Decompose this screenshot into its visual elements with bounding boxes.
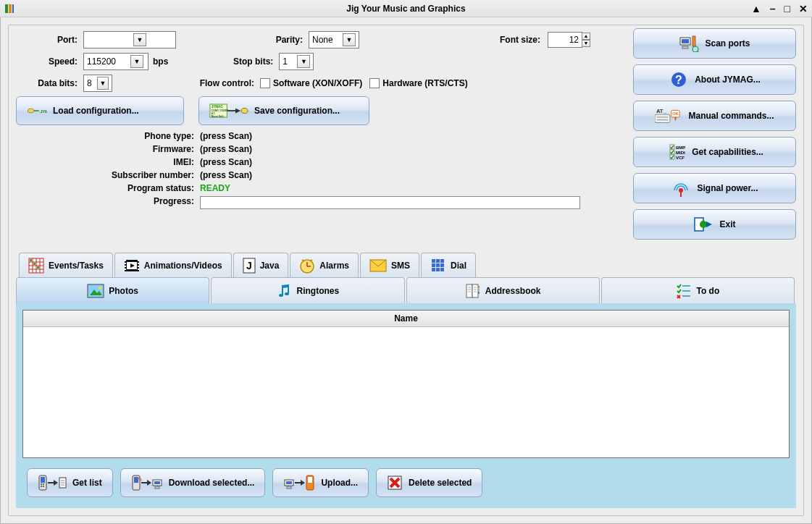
svg-rect-53	[125, 266, 126, 267]
fontsize-input[interactable]: 12	[548, 32, 582, 48]
main-panel: Port: ▼ Parity: None ▼ Font size: 12 ▲▼	[8, 25, 804, 516]
calendar-icon	[28, 258, 44, 274]
svg-rect-98	[41, 477, 45, 483]
firmware-value: (press Scan)	[200, 144, 252, 154]
scan-ports-button[interactable]: Scan ports	[633, 28, 796, 59]
subscriber-value: (press Scan)	[200, 170, 252, 180]
save-config-button[interactable]: JYMAGCOM1 1152008 1None Soft Save config…	[198, 96, 369, 125]
file-table[interactable]: Name	[22, 310, 790, 458]
svg-point-33	[679, 188, 683, 193]
svg-rect-76	[88, 284, 104, 297]
svg-rect-15	[692, 36, 695, 46]
speed-select[interactable]: 115200 ▼	[83, 53, 148, 70]
about-button[interactable]: ? About JYMAG...	[633, 64, 796, 95]
exit-button[interactable]: Exit	[633, 209, 796, 240]
svg-rect-57	[138, 266, 139, 267]
subscriber-label: Subscriber number:	[16, 170, 194, 180]
svg-point-79	[279, 294, 283, 297]
port-label: Port:	[16, 35, 78, 45]
svg-rect-89	[478, 286, 480, 288]
svg-rect-52	[125, 263, 126, 264]
window-minimize-icon[interactable]: –	[770, 3, 776, 14]
svg-rect-13	[682, 39, 689, 43]
svg-marker-26	[674, 117, 677, 122]
tab-animations[interactable]: Animations/Videos	[114, 253, 232, 277]
phone-type-value: (press Scan)	[200, 131, 252, 141]
fontsize-label: Font size:	[359, 35, 540, 45]
svg-rect-69	[440, 259, 444, 263]
app-icon	[4, 4, 14, 14]
svg-rect-91	[478, 292, 480, 294]
photo-icon	[87, 284, 104, 298]
delete-icon	[387, 475, 403, 491]
chevron-down-icon: ▼	[97, 77, 109, 90]
svg-rect-114	[155, 486, 159, 489]
window-maximize-icon[interactable]: □	[784, 3, 790, 14]
svg-marker-10	[235, 108, 240, 113]
tab-sms[interactable]: SMS	[360, 253, 419, 277]
signal-power-button[interactable]: Signal power...	[633, 173, 796, 203]
chevron-down-icon: ▼	[343, 33, 356, 46]
svg-line-64	[302, 260, 304, 261]
svg-rect-58	[138, 269, 139, 270]
fontsize-spinner[interactable]: ▲▼	[582, 33, 590, 47]
parity-select[interactable]: None ▼	[309, 31, 359, 48]
stopbits-select[interactable]: 1 ▼	[279, 53, 314, 70]
svg-rect-55	[138, 260, 139, 261]
svg-rect-71	[436, 263, 440, 267]
svg-point-110	[137, 478, 139, 479]
svg-rect-14	[682, 46, 688, 48]
svg-rect-46	[33, 263, 35, 265]
upload-button[interactable]: Upload...	[272, 468, 369, 497]
envelope-icon	[369, 259, 387, 272]
window-close-icon[interactable]: ✕	[799, 3, 808, 14]
get-capabilities-button[interactable]: BMPMIDIVCF Get capabilities...	[633, 137, 796, 167]
get-list-icon	[38, 474, 67, 491]
tab-row-bottom: Photos Ringtones Addressbook To do	[16, 277, 796, 303]
svg-rect-67	[432, 259, 435, 263]
load-config-button[interactable]: JYMAG Load configuration...	[16, 96, 184, 125]
manual-commands-button[interactable]: AT_OK Manual commands...	[633, 101, 796, 131]
speed-unit: bps	[153, 56, 168, 67]
svg-rect-68	[436, 259, 440, 263]
tab-addressbook[interactable]: Addressbook	[406, 277, 600, 303]
window-up-icon[interactable]: ▲	[751, 3, 761, 14]
flow-hardware-checkbox[interactable]: Hardware (RTS/CTS)	[369, 78, 467, 88]
download-selected-button[interactable]: Download selected...	[120, 468, 266, 497]
svg-text:COM1 115200: COM1 115200	[212, 109, 228, 112]
save-config-icon: JYMAGCOM1 1152008 1None Soft	[209, 102, 248, 119]
todo-icon	[676, 283, 692, 299]
databits-select[interactable]: 8 ▼	[83, 75, 112, 92]
main-window: Port: ▼ Parity: None ▼ Font size: 12 ▲▼	[0, 17, 812, 524]
tab-events[interactable]: Events/Tasks	[19, 253, 113, 277]
svg-marker-118	[301, 480, 305, 486]
svg-line-65	[310, 260, 312, 261]
svg-rect-47	[37, 266, 39, 269]
tab-ringtones[interactable]: Ringtones	[211, 277, 404, 303]
flow-software-checkbox[interactable]: Software (XON/XOFF)	[260, 78, 362, 88]
svg-rect-102	[43, 486, 44, 487]
dial-icon	[430, 258, 446, 274]
stopbits-label: Stop bits:	[168, 56, 273, 67]
titlebar: Jig Your Music and Graphics ▲ – □ ✕	[0, 0, 812, 17]
settings-area: Port: ▼ Parity: None ▼ Font size: 12 ▲▼	[16, 31, 633, 240]
get-list-button[interactable]: Get list	[27, 468, 113, 497]
tab-dial[interactable]: Dial	[421, 253, 476, 277]
port-select[interactable]: ▼	[83, 31, 176, 48]
tab-photos[interactable]: Photos	[16, 277, 209, 303]
firmware-label: Firmware:	[16, 144, 194, 154]
clock-icon	[299, 258, 315, 274]
svg-point-3	[28, 109, 33, 113]
addressbook-icon	[465, 283, 481, 299]
tab-todo[interactable]: To do	[601, 277, 795, 303]
delete-selected-button[interactable]: Delete selected	[376, 468, 482, 497]
column-header-name[interactable]: Name	[23, 310, 789, 327]
progress-bar	[200, 196, 580, 209]
svg-rect-21	[655, 114, 670, 122]
tab-alarms[interactable]: Alarms	[290, 253, 359, 277]
keyboard-icon: AT_OK	[655, 107, 682, 124]
tab-java[interactable]: J Java	[233, 253, 289, 277]
download-icon	[131, 474, 163, 491]
svg-marker-37	[706, 221, 712, 227]
tabs-area: Events/Tasks Animations/Videos J Java Al…	[16, 253, 796, 508]
